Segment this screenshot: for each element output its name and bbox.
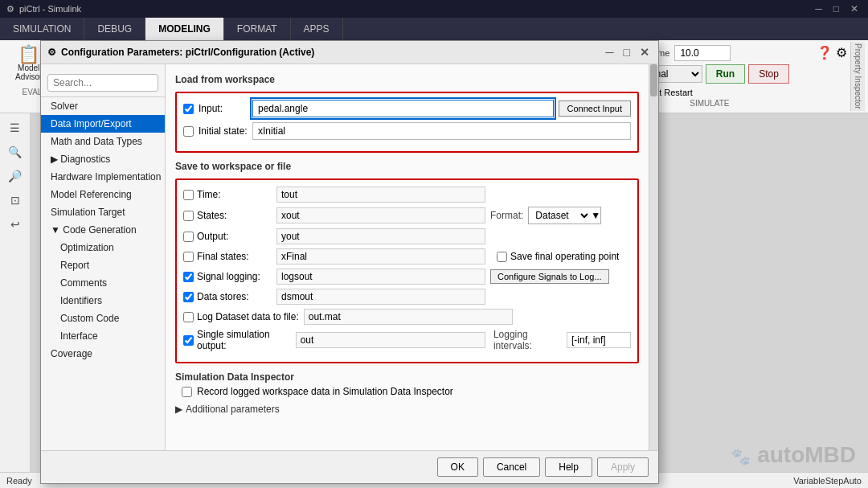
- nav-item-report[interactable]: Report: [41, 256, 165, 274]
- nav-item-sim-target[interactable]: Simulation Target: [41, 203, 165, 221]
- sidebar-fit-btn[interactable]: ⊡: [4, 189, 27, 211]
- states-value-field[interactable]: [276, 207, 485, 223]
- format-dropdown-icon: ▼: [591, 210, 600, 221]
- time-checkbox[interactable]: [183, 190, 194, 200]
- title-bar-left: ⚙ piCtrl - Simulink: [6, 4, 81, 14]
- nav-item-data-import-export[interactable]: Data Import/Export: [41, 115, 165, 133]
- left-sidebar: ☰ 🔍 🔎 ⊡ ↩: [0, 113, 31, 473]
- signal-logging-value-field[interactable]: [276, 269, 485, 285]
- log-dataset-value-field[interactable]: [304, 309, 513, 325]
- settings-icon[interactable]: ⚙: [836, 45, 847, 60]
- dialog-minimize-btn[interactable]: ─: [604, 46, 616, 59]
- tab-simulation[interactable]: SIMULATION: [0, 18, 84, 40]
- sdi-checkbox[interactable]: [182, 387, 192, 397]
- stop-time-input[interactable]: [674, 45, 731, 61]
- tab-bar: SIMULATION DEBUG MODELING FORMAT APPS: [0, 18, 868, 40]
- close-btn[interactable]: ✕: [847, 3, 862, 14]
- run-button[interactable]: Run: [706, 64, 745, 84]
- configure-signals-btn[interactable]: Configure Signals to Log...: [490, 269, 609, 284]
- help-button[interactable]: Help: [545, 457, 592, 477]
- dialog-title: Configuration Parameters: piCtrl/Configu…: [61, 47, 314, 58]
- states-checkbox[interactable]: [183, 211, 194, 221]
- load-section-title: Load from workspace: [175, 74, 639, 85]
- final-states-checkbox[interactable]: [183, 252, 194, 262]
- save-final-label: Save final operating point: [497, 251, 619, 262]
- nav-item-coverage[interactable]: Coverage: [41, 345, 165, 363]
- dialog-body: Solver Data Import/Export Math and Data …: [41, 64, 658, 450]
- dialog-title-bar: ⚙ Configuration Parameters: piCtrl/Confi…: [41, 41, 658, 64]
- dialog-maximize-btn[interactable]: □: [621, 46, 633, 59]
- states-row: States: Format: Dataset Array Structure …: [183, 207, 631, 224]
- title-bar: ⚙ piCtrl - Simulink ─ □ ✕: [0, 0, 868, 18]
- nav-item-model-ref[interactable]: Model Referencing: [41, 186, 165, 203]
- nav-item-identifiers[interactable]: Identifiers: [41, 292, 165, 310]
- nav-item-hardware[interactable]: Hardware Implementation: [41, 168, 165, 186]
- connect-input-btn[interactable]: Connect Input: [559, 100, 632, 117]
- final-states-value-field[interactable]: [276, 248, 485, 265]
- nav-item-math[interactable]: Math and Data Types: [41, 133, 165, 150]
- states-label: States:: [183, 210, 272, 221]
- time-value-field[interactable]: [276, 187, 485, 203]
- tab-debug[interactable]: DEBUG: [84, 18, 145, 40]
- single-sim-checkbox[interactable]: [183, 335, 194, 346]
- signal-logging-row: Signal logging: Configure Signals to Log…: [183, 269, 631, 285]
- time-row: Time:: [183, 187, 631, 203]
- additional-params-label: Additional parameters: [186, 404, 280, 415]
- app-icon: ⚙: [6, 4, 14, 14]
- cancel-button[interactable]: Cancel: [483, 457, 540, 477]
- output-checkbox[interactable]: [183, 232, 194, 242]
- nav-item-code-gen[interactable]: ▼ Code Generation: [41, 221, 165, 239]
- final-states-label: Final states:: [183, 251, 272, 262]
- sidebar-undo-btn[interactable]: ↩: [4, 213, 27, 236]
- stop-button[interactable]: Stop: [748, 64, 789, 84]
- minimize-btn[interactable]: ─: [812, 3, 825, 14]
- single-sim-label: Single simulation output:: [183, 329, 291, 351]
- nav-item-comments[interactable]: Comments: [41, 274, 165, 292]
- question-icon[interactable]: ❓: [817, 45, 833, 60]
- dialog-icon: ⚙: [47, 47, 56, 58]
- data-stores-value-field[interactable]: [276, 289, 485, 305]
- final-states-row: Final states: Save final operating point: [183, 248, 631, 265]
- dialog-search-input[interactable]: [47, 74, 158, 92]
- nav-item-diagnostics[interactable]: ▶ Diagnostics: [41, 150, 165, 168]
- sidebar-zoom-out-btn[interactable]: 🔎: [4, 165, 27, 187]
- scrollbar-thumb[interactable]: [650, 64, 657, 96]
- sidebar-zoom-in-btn[interactable]: 🔍: [4, 141, 27, 163]
- data-stores-checkbox[interactable]: [183, 292, 194, 302]
- log-dataset-checkbox[interactable]: [183, 312, 194, 322]
- format-select[interactable]: Dataset Array Structure: [529, 207, 591, 223]
- model-advisor-icon: 📋: [18, 46, 39, 64]
- output-label: Output:: [183, 231, 272, 242]
- sidebar-model-browser-btn[interactable]: ☰: [4, 117, 27, 139]
- format-dropdown[interactable]: Dataset Array Structure ▼: [528, 207, 601, 224]
- logging-intervals-field[interactable]: [567, 332, 631, 348]
- nav-item-optimization[interactable]: Optimization: [41, 239, 165, 256]
- apply-button[interactable]: Apply: [597, 457, 649, 477]
- input-value-field[interactable]: [252, 100, 554, 117]
- single-sim-value-field[interactable]: [296, 332, 485, 348]
- nav-item-solver[interactable]: Solver: [41, 97, 165, 115]
- ok-button[interactable]: OK: [437, 457, 478, 477]
- dialog-scrollbar[interactable]: [649, 64, 658, 450]
- input-checkbox[interactable]: [183, 104, 194, 114]
- log-dataset-label: Log Dataset data to file:: [183, 311, 299, 322]
- save-final-checkbox[interactable]: [497, 252, 507, 262]
- sdi-checkbox-label: Record logged workspace data in Simulati…: [197, 386, 453, 397]
- tab-apps[interactable]: APPS: [291, 18, 343, 40]
- tab-format[interactable]: FORMAT: [224, 18, 291, 40]
- additional-params[interactable]: ▶ Additional parameters: [175, 404, 639, 415]
- configuration-dialog: ⚙ Configuration Parameters: piCtrl/Confi…: [40, 40, 659, 484]
- nav-item-custom-code[interactable]: Custom Code: [41, 310, 165, 327]
- input-row: Input: Connect Input: [183, 100, 631, 117]
- dialog-footer: OK Cancel Help Apply: [41, 450, 658, 483]
- dialog-close-btn[interactable]: ✕: [637, 46, 652, 59]
- maximize-btn[interactable]: □: [830, 3, 842, 14]
- tab-modeling[interactable]: MODELING: [145, 18, 224, 40]
- property-inspector-panel[interactable]: Property Inspector: [850, 42, 865, 111]
- initial-state-checkbox[interactable]: [183, 126, 194, 137]
- initial-state-value-field[interactable]: [252, 122, 631, 140]
- nav-item-interface[interactable]: Interface: [41, 327, 165, 345]
- output-value-field[interactable]: [276, 228, 485, 244]
- additional-params-arrow: ▶: [175, 404, 182, 415]
- signal-logging-checkbox[interactable]: [183, 272, 194, 282]
